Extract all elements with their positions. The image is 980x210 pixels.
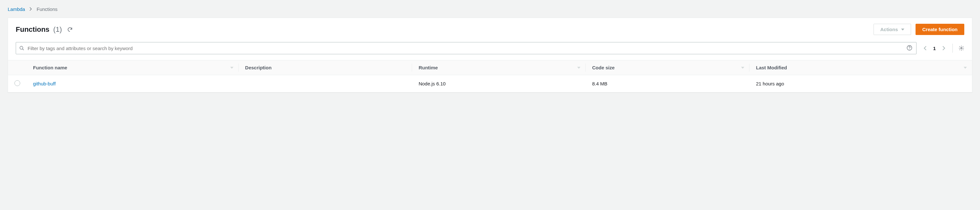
svg-point-3 [909,49,910,50]
sort-caret-icon [230,67,234,69]
settings-button[interactable] [959,45,964,51]
column-description[interactable]: Description [239,60,412,75]
breadcrumb-root-link[interactable]: Lambda [8,6,25,12]
breadcrumb: Lambda Functions [8,6,972,12]
actions-label: Actions [880,27,898,32]
refresh-icon [67,27,73,32]
create-function-button[interactable]: Create function [916,24,964,35]
column-function-name[interactable]: Function name [27,60,239,75]
breadcrumb-current: Functions [37,6,57,12]
column-last-modified-label: Last Modified [756,65,787,71]
svg-line-1 [22,49,24,50]
svg-point-4 [961,48,963,49]
chevron-right-icon [942,46,945,51]
table-row: github-buff Node.js 6.10 8.4 MB 21 hours… [8,75,972,93]
row-select-radio[interactable] [14,80,20,86]
column-function-name-label: Function name [33,65,67,71]
column-code-size-label: Code size [592,65,614,71]
cell-size: 8.4 MB [585,75,749,93]
function-count: (1) [53,26,62,34]
cell-runtime: Node.js 6.10 [412,75,585,93]
column-runtime[interactable]: Runtime [412,60,585,75]
panel-header: Functions (1) Actions Create function [8,18,972,40]
chevron-right-icon [30,6,32,12]
refresh-button[interactable] [66,26,74,34]
actions-dropdown[interactable]: Actions [873,24,911,35]
search-icon [19,46,24,51]
help-icon [907,45,912,51]
column-description-label: Description [245,65,272,71]
cell-modified: 21 hours ago [749,75,972,93]
page-title: Functions [16,26,49,34]
caret-down-icon [901,29,904,30]
search-help-button[interactable] [906,44,913,52]
cell-description [239,75,412,93]
function-name-link[interactable]: github-buff [33,81,56,87]
column-runtime-label: Runtime [418,65,438,71]
column-code-size[interactable]: Code size [585,60,749,75]
svg-point-0 [20,46,23,49]
prev-page-button[interactable] [922,44,928,52]
search-container [16,42,916,54]
functions-table: Function name Description Runtime Code s… [8,60,972,92]
pagination: 1 [922,44,947,52]
sort-caret-icon [577,67,581,69]
search-input[interactable] [24,43,906,54]
chevron-left-icon [924,46,927,51]
next-page-button[interactable] [941,44,947,52]
functions-panel: Functions (1) Actions Create function [8,18,972,93]
sort-caret-icon [741,67,744,69]
page-number: 1 [933,46,936,51]
gear-icon [959,45,964,51]
sort-caret-icon [964,67,967,69]
filter-row: 1 [8,40,972,60]
column-select [8,60,27,75]
column-last-modified[interactable]: Last Modified [749,60,972,75]
